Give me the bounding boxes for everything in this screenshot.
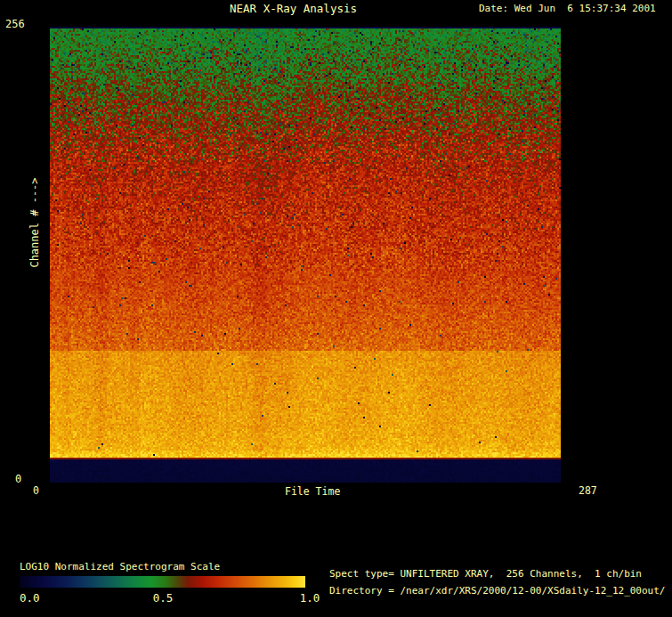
x-axis-min-label: 0: [33, 485, 39, 497]
timestamp: Date: Wed Jun 6 15:37:34 2001: [479, 3, 656, 14]
spect-type-info: Spect type= UNFILTERED XRAY, 256 Channel…: [329, 568, 642, 580]
near-xray-analysis-window: NEAR X-Ray Analysis Date: Wed Jun 6 15:3…: [0, 0, 672, 617]
colorbar-tick-min: 0.0: [20, 592, 40, 604]
x-axis-max-label: 287: [579, 485, 597, 497]
colorbar-tick-max: 1.0: [300, 592, 320, 604]
colorbar-tick-mid: 0.5: [153, 592, 174, 604]
y-axis-label: Channel # --->: [29, 177, 41, 267]
spectrogram-heatmap: [50, 27, 561, 483]
y-axis-max-label: 256: [5, 19, 25, 30]
colorbar-title: LOG10 Normalized Spectrogram Scale: [20, 561, 220, 572]
x-axis-label: File Time: [285, 486, 340, 498]
page-title: NEAR X-Ray Analysis: [230, 3, 357, 14]
colorbar-gradient: [20, 576, 305, 588]
y-axis-min-label: 0: [15, 474, 21, 485]
directory-info: Directory = /near/xdr/XRS/2000/12-00/XSd…: [329, 585, 666, 597]
